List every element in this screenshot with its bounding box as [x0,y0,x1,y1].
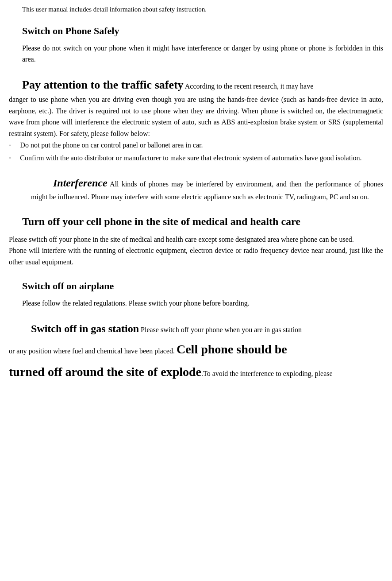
bullet-item-1: - Do not put the phone on car control pa… [9,139,383,151]
switch-on-phone-section: Switch on Phone Safely Please do not swi… [9,23,383,65]
switch-off-gas-section: Switch off in gas station Please switch … [9,319,383,383]
pay-attention-section: Pay attention to the traffic safety Acco… [9,76,383,164]
switch-off-gas-body1: Please switch off your phone when you ar… [141,326,302,333]
switch-off-gas-title: Switch off in gas station [31,323,139,334]
pay-attention-title: Pay attention to the traffic safety [22,78,184,91]
interference-para: Interference All kinds of phones may be … [9,174,383,203]
interference-section: Interference All kinds of phones may be … [9,174,383,203]
bullet-item-2: - Confirm with the auto distributor or m… [9,152,383,164]
pay-attention-body1: danger to use phone when you are driving… [9,94,383,139]
switch-off-airplane-title: Switch off on airplane [9,279,383,293]
switch-off-gas-body2: or any position where fuel and chemical … [9,347,175,355]
pay-attention-intro: According to the recent research, it may… [185,82,314,90]
intro-text: This user manual includes detail informa… [9,4,383,15]
bullet-dash-2: - [9,152,11,164]
turn-off-medical-section: Turn off your cell phone in the site of … [9,213,383,268]
switch-off-gas-line3: turned off around the site of explode.To… [9,361,383,383]
cell-phone-big-text: Cell phone should be [177,342,287,356]
pay-attention-title-line: Pay attention to the traffic safety Acco… [9,76,383,94]
switch-off-gas-line2: or any position where fuel and chemical … [9,338,383,360]
bullet-text-2: Confirm with the auto distributor or man… [20,152,361,164]
switch-on-phone-body: Please do not switch on your phone when … [9,43,383,65]
interference-title: Interference [31,177,108,189]
switch-on-phone-title: Switch on Phone Safely [9,23,383,38]
bullet-text-1: Do not put the phone on car control pane… [20,139,203,151]
switch-off-airplane-body: Please follow the related regulations. P… [9,298,383,309]
turn-off-medical-body2: Phone will interfere with the running of… [9,245,383,267]
turned-off-text: turned off around the site of explode [9,365,201,379]
switch-off-gas-body3: .To avoid the interference to exploding,… [201,370,333,377]
switch-off-airplane-section: Switch off on airplane Please follow the… [9,279,383,309]
switch-off-gas-line1: Switch off in gas station Please switch … [9,319,383,338]
turn-off-medical-body1: Please switch off your phone in the site… [9,234,383,245]
turn-off-medical-title: Turn off your cell phone in the site of … [9,213,383,229]
bullet-dash-1: - [9,139,11,151]
